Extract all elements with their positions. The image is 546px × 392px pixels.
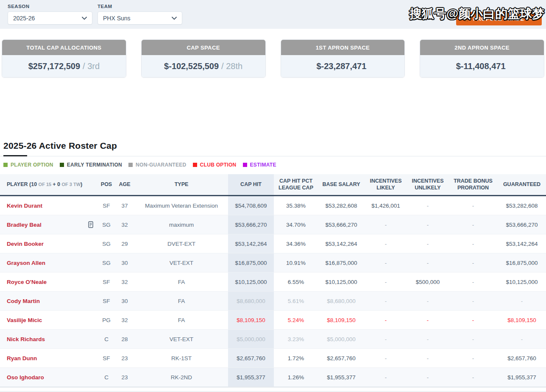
cell-base: $5,000,000 — [318, 330, 365, 348]
cell-cap_hit: $16,875,000 — [228, 253, 274, 272]
legend-color-swatch — [193, 163, 197, 167]
cell-cap_hit: $8,680,000 — [228, 292, 274, 310]
cell-age: 30 — [114, 253, 135, 272]
cell-base: $53,666,270 — [318, 215, 365, 234]
cell-player: Vasilije Micic — [0, 311, 98, 329]
arrow-right-icon: → — [528, 15, 535, 22]
cell-cap_hit: $1,955,377 — [228, 368, 274, 386]
legend-label: EARLY TERMINATION — [67, 162, 122, 168]
cell-base: $16,875,000 — [318, 253, 365, 272]
player-name[interactable]: Grayson Allen — [7, 260, 45, 266]
propose-trade-button[interactable]: PROPOSE TRADE → — [456, 12, 542, 25]
cell-base: $8,680,000 — [318, 292, 365, 310]
table-body: Kevin Durant SF37Maximum Veteran Extensi… — [0, 196, 546, 387]
cap-card: TOTAL CAP ALLOCATIONS $257,172,509 / 3rd — [2, 39, 126, 78]
cell-inc_unlikely: - — [407, 292, 448, 310]
cell-guaranteed: $1,955,377 — [498, 368, 546, 386]
cell-inc_likely: - — [365, 330, 407, 348]
cap-card-rank: / 28th — [221, 61, 242, 71]
chevron-down-icon — [172, 17, 177, 20]
cell-guaranteed: $8,109,150 — [498, 311, 546, 329]
cell-base: $53,142,264 — [318, 234, 365, 253]
player-name[interactable]: Cody Martin — [7, 298, 40, 304]
season-select[interactable]: 2025-26 — [8, 11, 92, 25]
player-name[interactable]: Vasilije Micic — [7, 317, 42, 323]
player-name[interactable]: Nick Richards — [7, 336, 45, 342]
cell-type: FA — [135, 272, 228, 291]
cell-age: 23 — [114, 368, 135, 386]
legend-item: ESTIMATE — [243, 162, 276, 168]
cell-inc_likely: - — [365, 349, 407, 367]
player-name[interactable]: Royce O'Neale — [7, 279, 47, 285]
cell-age: 29 — [114, 234, 135, 253]
cell-pos: SG — [98, 253, 114, 272]
cell-player: Nick Richards — [0, 330, 98, 348]
legend-color-swatch — [128, 163, 133, 167]
cap-card: 1ST APRON SPACE $-23,287,471 — [281, 39, 405, 78]
cell-base: $2,657,760 — [318, 349, 365, 367]
cell-inc_likely: $1,426,001 — [365, 196, 407, 215]
player-name[interactable]: Oso Ighodaro — [7, 374, 44, 381]
cell-pos: SG — [98, 215, 114, 234]
team-label: TEAM — [98, 4, 182, 9]
cell-pct: 5.61% — [274, 292, 318, 310]
cap-card: CAP SPACE $-102,525,509 / 28th — [141, 39, 266, 78]
cap-card-body: $-23,287,471 — [281, 55, 405, 77]
table-row: Grayson Allen SG30VET-EXT$16,875,00010.9… — [0, 253, 546, 272]
player-name[interactable]: Kevin Durant — [7, 203, 42, 209]
cell-trade_bonus: - — [448, 349, 498, 367]
legend-color-swatch — [60, 163, 64, 167]
cell-inc_unlikely: - — [407, 349, 448, 367]
cell-guaranteed: - — [498, 330, 546, 348]
cell-inc_unlikely: - — [407, 330, 448, 348]
cell-pct: 1.26% — [274, 368, 318, 386]
cell-player: Devin Booker — [0, 234, 98, 253]
table-row: Ryan Dunn SF23RK-1ST$2,657,7601.72%$2,65… — [0, 349, 546, 368]
cell-pct: 35.38% — [274, 196, 318, 215]
legend-item: PLAYER OPTION — [3, 162, 53, 168]
cell-base: $8,109,150 — [318, 311, 365, 329]
topbar: SEASON 2025-26 TEAM PHX Suns 搜狐号@颜小白的篮球梦… — [0, 0, 546, 29]
cell-cap_hit: $53,142,264 — [228, 234, 274, 253]
cell-player: Ryan Dunn — [0, 349, 98, 367]
cell-pct: 1.72% — [274, 349, 318, 367]
team-select[interactable]: PHX Suns — [98, 11, 182, 25]
column-header-inc_likely: INCENTIVESLIKELY — [365, 174, 407, 195]
player-name[interactable]: Devin Booker — [7, 241, 44, 247]
cell-player: Cody Martin — [0, 292, 98, 310]
legend-label: CLUB OPTION — [200, 162, 237, 168]
cell-pos: SF — [98, 272, 114, 291]
team-field: TEAM PHX Suns — [98, 4, 182, 25]
cell-base: $53,282,608 — [318, 196, 365, 215]
cell-cap_hit: $5,000,000 — [228, 330, 274, 348]
column-header-age: AGE — [114, 174, 135, 195]
contract-legend: PLAYER OPTION EARLY TERMINATION NON-GUAR… — [3, 162, 546, 168]
legend-label: NON-GUARANTEED — [136, 162, 187, 168]
table-row: Bradley Beal SG32maximum$53,666,27034.70… — [0, 215, 546, 234]
cap-card-body: $-102,525,509 / 28th — [142, 55, 265, 77]
cell-trade_bonus: - — [448, 292, 498, 310]
cell-pos: SF — [98, 292, 114, 310]
cell-inc_likely: - — [365, 272, 407, 291]
cell-inc_likely: - — [365, 215, 407, 234]
cell-trade_bonus: - — [448, 272, 498, 291]
cell-inc_likely: - — [365, 253, 407, 272]
chevron-down-icon — [82, 17, 87, 20]
player-name[interactable]: Ryan Dunn — [7, 355, 37, 361]
basketball-icon — [463, 16, 469, 22]
cell-guaranteed: - — [498, 292, 546, 310]
bottom-divider — [0, 391, 546, 392]
cell-cap_hit: $10,125,000 — [228, 272, 274, 291]
cell-pos: SF — [98, 349, 114, 367]
player-name[interactable]: Bradley Beal — [7, 222, 42, 228]
cell-cap_hit: $53,666,270 — [228, 215, 274, 234]
cell-inc_unlikely: - — [407, 368, 448, 386]
cap-card-value: $-102,525,509 — [164, 61, 219, 71]
cap-card-title: 1ST APRON SPACE — [281, 40, 405, 55]
legend-item: NON-GUARANTEED — [128, 162, 187, 168]
legend-label: PLAYER OPTION — [11, 162, 53, 168]
cell-inc_unlikely: - — [407, 215, 448, 234]
cell-pct: 3.23% — [274, 330, 318, 348]
table-row: Oso Ighodaro C23RK-2ND$1,955,3771.26%$1,… — [0, 368, 546, 387]
column-header-pos: POS — [98, 174, 114, 195]
